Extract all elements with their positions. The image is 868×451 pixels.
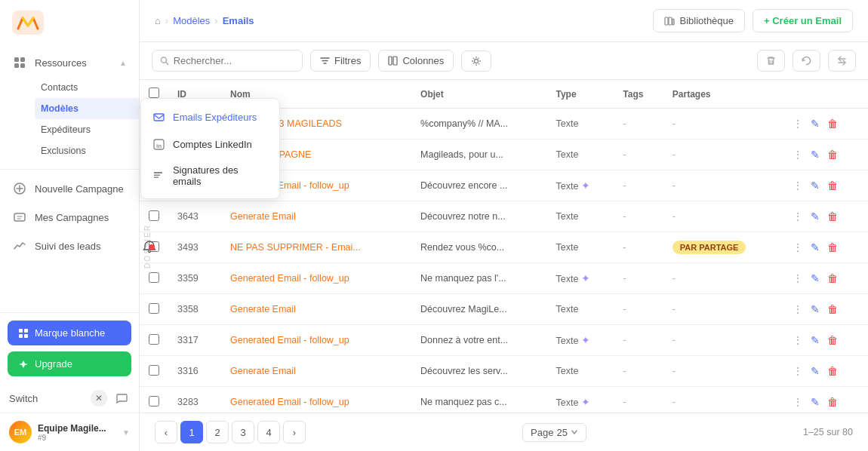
row-edit-button[interactable]: ✎ [808,208,822,225]
row-checkbox-cell [140,387,168,413]
row-partages: - [663,325,781,356]
page-4-button[interactable]: 4 [257,421,280,443]
row-delete-button[interactable]: 🗑 [825,115,840,132]
row-more-button[interactable]: ⋮ [790,208,805,225]
row-partages: - [663,201,781,232]
row-id: 3316 [168,356,221,387]
sidebar-item-mes-campagnes[interactable]: Mes Campagnes [0,203,139,232]
page-3-button[interactable]: 3 [232,421,254,443]
page-1-button[interactable]: 1 [180,421,203,443]
sidebar-item-exclusions[interactable]: Exclusions [35,140,139,161]
row-more-button[interactable]: ⋮ [790,239,805,256]
row-checkbox[interactable] [149,303,159,314]
user-info: Equipe Magile... #9 [38,423,122,442]
row-edit-button[interactable]: ✎ [808,301,822,318]
row-tags: - [614,232,663,263]
dropdown-item-emails-expediteurs[interactable]: Emails Expéditeurs [141,103,279,130]
switch-message-icon[interactable] [113,390,130,407]
row-delete-button[interactable]: 🗑 [825,146,840,163]
sidebar-item-ressources[interactable]: Ressources ▲ [0,48,139,77]
colonnes-button[interactable]: Colonnes [378,50,454,72]
row-name-link[interactable]: Generated Email - follow_up [230,273,349,284]
row-delete-button[interactable]: 🗑 [825,394,840,410]
ai-icon: ✦ [581,396,590,408]
table-row: 3493 NE PAS SUPPRIMER - Emai... Rendez v… [140,232,868,263]
search-input[interactable] [174,55,294,66]
sidebar-item-nouvelle-campagne[interactable]: Nouvelle Campagne [0,174,139,203]
ressources-arrow: ▲ [119,59,127,67]
sidebar-item-suivi-leads[interactable]: Suivi des leads [0,232,139,260]
row-more-button[interactable]: ⋮ [790,363,805,379]
row-name: Generate Email [221,201,411,232]
row-delete-button[interactable]: 🗑 [825,239,840,256]
row-more-button[interactable]: ⋮ [790,394,805,410]
row-name-link[interactable]: Generate Email [230,304,296,314]
sidebar-item-contacts[interactable]: Contacts [35,77,139,98]
row-more-button[interactable]: ⋮ [790,301,805,318]
upgrade-button[interactable]: Upgrade [8,351,131,376]
row-edit-button[interactable]: ✎ [808,270,822,287]
bibliotheque-label: Bibliothèque [679,15,734,26]
row-checkbox[interactable] [149,334,159,345]
row-partages: - [663,140,781,170]
sidebar-item-modeles[interactable]: Modèles [35,98,139,119]
sidebar-bottom: Marque blanche Upgrade [0,312,139,384]
prev-page-button[interactable]: ‹ [155,421,177,443]
row-edit-button[interactable]: ✎ [808,115,822,132]
trash-button[interactable] [757,50,785,72]
dropdown-item-comptes-linkedin[interactable]: in Comptes LinkedIn [141,130,279,158]
dropdown-item-signatures-emails[interactable]: Signatures des emails [141,158,279,194]
row-edit-button[interactable]: ✎ [808,239,822,256]
row-name-link[interactable]: Generated Email - follow_up [230,397,349,407]
row-more-button[interactable]: ⋮ [790,177,805,194]
row-delete-button[interactable]: 🗑 [825,363,840,379]
row-edit-button[interactable]: ✎ [808,363,822,379]
row-name: Generate Email [221,356,411,387]
row-checkbox[interactable] [149,365,159,376]
page-2-button[interactable]: 2 [206,421,229,443]
row-more-button[interactable]: ⋮ [790,146,805,163]
select-all-checkbox[interactable] [149,87,159,98]
row-more-button[interactable]: ⋮ [790,332,805,348]
page-size-selector[interactable]: Page 25 [522,423,586,442]
row-edit-button[interactable]: ✎ [808,394,822,410]
svg-rect-23 [389,57,392,65]
row-more-button[interactable]: ⋮ [790,270,805,287]
row-delete-button[interactable]: 🗑 [825,332,840,348]
switch-close-button[interactable]: ✕ [91,390,107,407]
settings-button[interactable] [461,51,491,72]
row-type: Texte ✦ [546,263,614,294]
row-more-button[interactable]: ⋮ [790,115,805,132]
row-type: Texte [546,294,614,325]
next-page-button[interactable]: › [283,421,306,443]
row-edit-button[interactable]: ✎ [808,332,822,348]
row-delete-button[interactable]: 🗑 [825,208,840,225]
breadcrumb-modeles[interactable]: Modèles [173,15,210,26]
row-actions: ⋮ ✎ 🗑 [790,270,859,287]
refresh-button[interactable] [793,50,820,72]
marque-blanche-button[interactable]: Marque blanche [8,321,131,345]
row-name-link[interactable]: Generate Email [230,211,296,222]
move-button[interactable] [828,50,856,72]
creer-email-button[interactable]: + Créer un Email [753,9,853,32]
row-name-link[interactable]: NE PAS SUPPRIMER - Emai... [230,242,361,253]
filtres-button[interactable]: Filtres [310,50,371,72]
row-name-link[interactable]: Generated Email - follow_up [230,335,349,345]
dropdown-menu: Emails Expéditeurs in Comptes LinkedIn S… [140,98,280,199]
filtres-label: Filtres [334,55,361,66]
mes-campagnes-label: Mes Campagnes [35,212,127,223]
notification-badge[interactable] [143,240,159,256]
row-edit-button[interactable]: ✎ [808,177,822,194]
row-edit-button[interactable]: ✎ [808,146,822,163]
home-icon[interactable]: ⌂ [155,15,161,26]
row-delete-button[interactable]: 🗑 [825,270,840,287]
row-partages: - [663,387,781,413]
bibliotheque-button[interactable]: Bibliothèque [653,9,745,32]
sidebar-item-expediteurs[interactable]: Expéditeurs [35,119,139,140]
row-checkbox[interactable] [149,396,159,407]
row-delete-button[interactable]: 🗑 [825,301,840,318]
row-delete-button[interactable]: 🗑 [825,177,840,194]
user-profile[interactable]: EM Equipe Magile... #9 ▼ [0,413,139,451]
par-partage-badge: PAR PARTAGE [673,241,746,254]
row-name-link[interactable]: Generate Email [230,366,296,376]
